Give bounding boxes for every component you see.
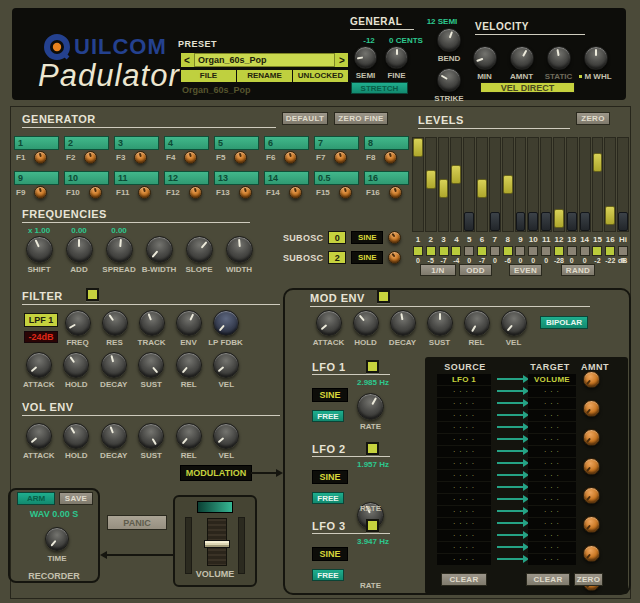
bipolar-button[interactable]: BIPOLAR: [540, 316, 588, 329]
level-slider-handle[interactable]: [580, 212, 590, 231]
level-toggle[interactable]: [477, 246, 487, 256]
partial-ratio-box[interactable]: 16: [364, 171, 409, 185]
level-toggle[interactable]: [464, 246, 474, 256]
matrix-target-cell[interactable]: · · ·: [528, 530, 576, 541]
levels-odd-button[interactable]: ODD: [459, 264, 492, 276]
matrix-source-cell[interactable]: · · · ·: [437, 482, 491, 493]
filter-track-knob[interactable]: [139, 310, 165, 336]
volume-fader-handle[interactable]: [204, 540, 230, 548]
level-slider-handle[interactable]: [618, 212, 628, 231]
level-slider[interactable]: [425, 137, 437, 232]
partial-ratio-box[interactable]: 2: [64, 136, 109, 150]
mod-env-vel-knob[interactable]: [501, 310, 527, 336]
partial-ratio-box[interactable]: 7: [314, 136, 359, 150]
lfo-enable-toggle[interactable]: [366, 360, 379, 373]
levels-zero-button[interactable]: ZERO: [576, 112, 610, 125]
level-slider[interactable]: [515, 137, 527, 232]
partial-ratio-box[interactable]: 5: [214, 136, 259, 150]
partial-fine-knob[interactable]: [134, 151, 147, 164]
general-strike-knob[interactable]: [437, 68, 461, 92]
partial-fine-knob[interactable]: [34, 186, 47, 199]
mod-env-attack-knob[interactable]: [316, 310, 342, 336]
preset-lock-button[interactable]: UNLOCKED: [293, 70, 348, 82]
filter-env-knob[interactable]: [176, 310, 202, 336]
level-toggle[interactable]: [554, 246, 564, 256]
subosc-level-knob[interactable]: [388, 251, 401, 264]
matrix-source-cell[interactable]: · · · ·: [437, 386, 491, 397]
lfo-free-button[interactable]: FREE: [312, 410, 344, 422]
matrix-target-cell[interactable]: · · ·: [528, 494, 576, 505]
matrix-source-cell[interactable]: · · · ·: [437, 434, 491, 445]
matrix-target-cell[interactable]: · · ·: [528, 410, 576, 421]
matrix-amnt-knob[interactable]: [583, 371, 600, 388]
level-toggle[interactable]: [528, 246, 538, 256]
matrix-source-cell[interactable]: · · · ·: [437, 458, 491, 469]
time-knob[interactable]: [45, 527, 69, 551]
matrix-amnt-knob[interactable]: [583, 545, 600, 562]
partial-fine-knob[interactable]: [234, 151, 247, 164]
level-toggle[interactable]: [413, 246, 423, 256]
filter-env-rel-knob[interactable]: [176, 352, 202, 378]
matrix-target-cell[interactable]: · · ·: [528, 470, 576, 481]
general-bend-knob[interactable]: [437, 28, 461, 52]
partial-ratio-box[interactable]: 1: [14, 136, 59, 150]
vol-env-hold-knob[interactable]: [63, 423, 89, 449]
mod-env-decay-knob[interactable]: [390, 310, 416, 336]
level-slider[interactable]: [450, 137, 462, 232]
subosc-wave-box[interactable]: SINE: [351, 231, 383, 244]
preset-file-button[interactable]: FILE: [181, 70, 237, 82]
level-slider[interactable]: [502, 137, 514, 232]
matrix-amnt-knob[interactable]: [583, 516, 600, 533]
level-toggle[interactable]: [567, 246, 577, 256]
partial-fine-knob[interactable]: [389, 186, 402, 199]
frequencies-b-width-knob[interactable]: [146, 236, 173, 263]
partial-fine-knob[interactable]: [34, 151, 47, 164]
matrix-source-cell[interactable]: · · · ·: [437, 554, 491, 565]
velocity-m-whl-knob[interactable]: [584, 46, 608, 70]
level-slider[interactable]: [540, 137, 552, 232]
filter-enable-toggle[interactable]: [86, 288, 99, 301]
partial-ratio-box[interactable]: 8: [364, 136, 409, 150]
matrix-amnt-knob[interactable]: [583, 400, 600, 417]
matrix-clear-source-button[interactable]: CLEAR: [441, 573, 487, 586]
stretch-button[interactable]: STRETCH: [351, 82, 408, 94]
lfo-enable-toggle[interactable]: [366, 519, 379, 532]
lfo-wave-box[interactable]: SINE: [312, 388, 348, 402]
partial-fine-knob[interactable]: [284, 151, 297, 164]
level-slider[interactable]: [566, 137, 578, 232]
level-slider[interactable]: [617, 137, 629, 232]
level-slider-handle[interactable]: [528, 212, 538, 231]
matrix-target-cell[interactable]: · · ·: [528, 434, 576, 445]
level-slider[interactable]: [604, 137, 616, 232]
partial-ratio-box[interactable]: 11: [114, 171, 159, 185]
vol-env-sust-knob[interactable]: [138, 423, 164, 449]
partial-fine-knob[interactable]: [84, 151, 97, 164]
level-toggle[interactable]: [592, 246, 602, 256]
generator-default-button[interactable]: DEFAULT: [282, 112, 328, 125]
vol-env-rel-knob[interactable]: [176, 423, 202, 449]
partial-ratio-box[interactable]: 10: [64, 171, 109, 185]
partial-fine-knob[interactable]: [184, 151, 197, 164]
level-slider-handle[interactable]: [413, 138, 423, 157]
subosc-wave-box[interactable]: SINE: [351, 251, 383, 264]
matrix-amnt-knob[interactable]: [583, 458, 600, 475]
partial-ratio-box[interactable]: 13: [214, 171, 259, 185]
lfo-free-button[interactable]: FREE: [312, 492, 344, 504]
preset-prev-button[interactable]: <: [181, 55, 193, 66]
matrix-target-cell[interactable]: · · ·: [528, 506, 576, 517]
subosc-octave-box[interactable]: 0: [328, 231, 346, 244]
matrix-source-cell[interactable]: · · · ·: [437, 518, 491, 529]
lfo-wave-box[interactable]: SINE: [312, 470, 348, 484]
level-toggle[interactable]: [618, 246, 628, 256]
preset-rename-button[interactable]: RENAME: [237, 70, 293, 82]
mod-env-rel-knob[interactable]: [464, 310, 490, 336]
matrix-target-cell[interactable]: · · ·: [528, 518, 576, 529]
level-toggle[interactable]: [426, 246, 436, 256]
matrix-source-cell[interactable]: · · · ·: [437, 470, 491, 481]
level-slider[interactable]: [438, 137, 450, 232]
velocity-amnt-knob[interactable]: [510, 46, 534, 70]
filter-env-decay-knob[interactable]: [101, 352, 127, 378]
partial-fine-knob[interactable]: [334, 151, 347, 164]
level-slider-handle[interactable]: [567, 212, 577, 231]
level-slider-handle[interactable]: [554, 209, 564, 228]
